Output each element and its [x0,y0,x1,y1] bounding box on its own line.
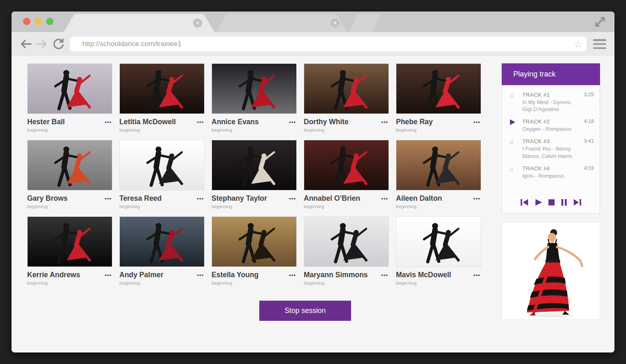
track-song: Ignis - Rompasso [522,172,582,179]
more-options-icon[interactable]: ••• [380,119,389,125]
more-options-icon[interactable]: ••• [472,119,481,125]
playing-track-header: Playing track [502,63,600,85]
more-options-icon[interactable]: ••• [288,119,297,125]
dancer-photo[interactable] [119,140,205,190]
track-song: I Found You - Benny Blanco, Calvin Harri… [522,145,582,159]
more-options-icon[interactable]: ••• [288,272,297,278]
track-song: In My Mind - Dynoro, Gigi D'Agostino [522,99,582,113]
dancer-photo[interactable] [119,63,205,114]
track-item-3[interactable]: ♫ TRACK #3 I Found You - Benny Blanco, C… [509,138,594,159]
player-controls [502,198,600,206]
dancer-name: Maryann Simmons [304,271,368,279]
tab-second[interactable]: ✕ [216,14,347,32]
dancer-name: Aileen Dalton [396,194,442,203]
stop-session-button[interactable]: Stop session [259,301,351,321]
track-label: TRACK #4 [522,165,582,172]
browser-window: ✕ ✕ [12,12,614,352]
dancer-name: Annice Evans [212,118,259,126]
back-icon[interactable] [17,37,34,51]
dancer-photo[interactable] [119,216,205,267]
more-options-icon[interactable]: ••• [196,119,205,125]
dancer-card: Phebe Ray ••• beginning [396,63,481,136]
more-options-icon[interactable]: ••• [472,272,481,278]
more-options-icon[interactable]: ••• [288,195,297,202]
dancer-name: Gary Brows [27,194,67,203]
close-window-button[interactable] [23,18,30,25]
reload-icon[interactable] [50,37,67,51]
stop-icon[interactable] [547,198,556,206]
music-note-icon: ♫ [509,92,520,113]
dancer-level: beginning [119,281,205,285]
tab-active[interactable]: ✕ [64,14,214,32]
track-item-2[interactable]: TRACK #2 Oxygen - Rompasso 4:18 [509,118,594,132]
dancer-level: beginning [212,204,297,209]
dancer-level: beginning [27,128,112,132]
dancer-card: Annabel O’Brien ••• beginning [304,140,389,213]
new-tab-stub[interactable] [350,14,380,32]
dancer-photo[interactable] [212,140,297,190]
play-icon[interactable] [534,198,542,206]
dancer-card: Andy Palmer ••• beginning [119,216,205,289]
pause-icon[interactable] [561,198,568,206]
dancer-photo[interactable] [27,216,112,267]
next-track-icon[interactable] [572,198,582,206]
dancer-level: beginning [304,281,389,285]
dancer-level: beginning [304,204,389,209]
url-input[interactable] [70,37,586,51]
minimize-window-button[interactable] [35,18,42,25]
dancer-photo[interactable] [396,140,481,190]
hamburger-menu-icon[interactable] [593,39,606,49]
dancer-card: Annice Evans ••• beginning [212,63,297,136]
dancer-card: Estella Young ••• beginning [212,216,297,289]
dancer-photo[interactable] [304,140,389,190]
track-label: TRACK #2 [522,118,582,125]
dancer-level: beginning [396,204,481,209]
dancer-name: Estella Young [212,271,258,279]
track-duration: 3:25 [584,92,594,113]
dancer-card: Gary Brows ••• beginning [27,140,112,213]
dancer-level: beginning [119,204,205,209]
dancer-photo[interactable] [212,63,297,114]
dancer-photo[interactable] [304,63,389,114]
previous-track-icon[interactable] [520,198,529,206]
dancer-photo[interactable] [27,63,112,114]
more-options-icon[interactable]: ••• [380,195,389,202]
more-options-icon[interactable]: ••• [104,119,112,125]
dancer-name: Hester Ball [27,118,65,126]
zoom-window-button[interactable] [46,18,54,25]
tab-close-icon[interactable]: ✕ [330,19,340,28]
forward-icon[interactable] [34,37,50,51]
dancer-name: Teresa Reed [119,194,162,203]
dancer-photo[interactable] [304,216,389,267]
dancer-photo[interactable] [396,216,481,267]
track-item-1[interactable]: ♫ TRACK #1 In My Mind - Dynoro, Gigi D'A… [509,92,594,113]
more-options-icon[interactable]: ••• [104,272,112,278]
address-bar: ☆ [70,37,586,51]
window-controls [23,18,54,25]
tab-close-icon[interactable]: ✕ [193,19,202,28]
more-options-icon[interactable]: ••• [196,195,205,202]
dancer-name: Mavis McDowell [396,271,451,279]
dancer-level: beginning [27,204,112,209]
track-duration: 4:18 [584,118,594,132]
fullscreen-expand-icon[interactable] [593,15,607,29]
track-item-4[interactable]: ♫ TRACK #4 Ignis - Rompasso 4:03 [509,165,594,179]
dancer-level: beginning [212,128,297,132]
dancer-card: Hester Ball ••• beginning [27,63,112,136]
trainee-card-grid: Hester Ball ••• beginning Letitia McDowe… [27,63,481,289]
more-options-icon[interactable]: ••• [104,195,112,202]
dancer-photo[interactable] [212,216,297,267]
dancer-photo[interactable] [396,63,481,114]
more-options-icon[interactable]: ••• [472,195,481,202]
dancer-card: Teresa Reed ••• beginning [119,140,205,213]
track-duration: 4:03 [584,165,594,179]
dancer-name: Letitia McDowell [119,118,176,126]
track-duration: 3:41 [584,138,594,159]
dancer-photo[interactable] [27,140,112,190]
more-options-icon[interactable]: ••• [196,272,205,278]
dancer-card: Dorthy White ••• beginning [304,63,389,136]
music-note-icon: ♫ [509,138,520,159]
more-options-icon[interactable]: ••• [380,272,389,278]
bookmark-star-icon[interactable]: ☆ [574,38,582,50]
dancer-name: Andy Palmer [119,271,163,279]
